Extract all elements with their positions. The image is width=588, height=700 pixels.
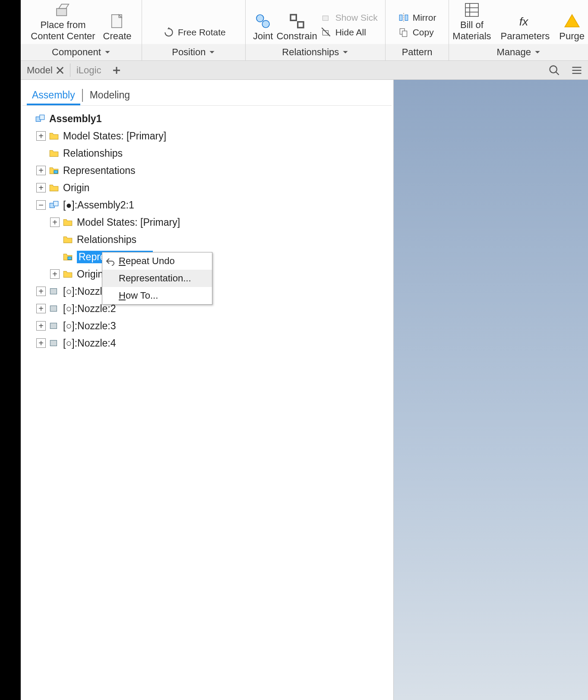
panel-tab-ilogic[interactable]: iLogic — [70, 61, 107, 79]
tree-item-relationships[interactable]: Relationships — [22, 145, 392, 162]
folder-icon — [62, 234, 73, 245]
create-button[interactable]: Create — [103, 13, 132, 41]
joint-button[interactable]: Joint — [253, 13, 273, 41]
context-menu-how-to[interactable]: How To... — [102, 287, 212, 304]
folder-icon — [62, 217, 73, 228]
mirror-button[interactable]: Mirror — [398, 11, 436, 24]
show-sick-button[interactable]: Show Sick — [321, 11, 378, 24]
tree-item-origin[interactable]: + Origin — [22, 179, 392, 196]
part-icon — [48, 303, 60, 314]
constrain-button[interactable]: Constrain — [276, 13, 317, 41]
context-menu-representation[interactable]: Representation... — [102, 270, 212, 287]
tree-subitem-model-states[interactable]: + Model States: [Primary] — [22, 214, 392, 231]
viewport-3d[interactable] — [394, 80, 588, 700]
tree-item-subassembly[interactable]: − [●]:Assembly2:1 — [22, 196, 392, 214]
warning-icon — [563, 13, 581, 30]
svg-point-2 — [256, 15, 264, 22]
svg-rect-33 — [68, 257, 72, 260]
panel-tab-bar: Model iLogic — [21, 61, 588, 80]
parameters-label: Parameters — [501, 31, 550, 41]
close-icon[interactable] — [56, 66, 64, 74]
search-icon — [548, 64, 560, 76]
svg-rect-36 — [50, 323, 57, 329]
svg-rect-0 — [57, 9, 66, 16]
ribbon-group-component[interactable]: Component — [21, 44, 142, 60]
constrain-label: Constrain — [276, 31, 317, 41]
bom-icon — [463, 1, 481, 19]
svg-rect-34 — [50, 289, 57, 294]
search-button[interactable] — [543, 61, 566, 79]
tree-root-label: Assembly1 — [49, 113, 101, 125]
expand-toggle[interactable]: + — [36, 338, 46, 348]
chevron-down-icon — [342, 49, 348, 55]
subtab-modeling[interactable]: Modeling — [85, 86, 135, 105]
free-rotate-label: Free Rotate — [178, 27, 226, 38]
plus-icon — [112, 66, 121, 75]
expand-toggle[interactable]: + — [36, 287, 46, 296]
expand-toggle[interactable]: + — [36, 321, 46, 331]
svg-rect-10 — [405, 15, 408, 21]
svg-rect-29 — [40, 115, 44, 120]
tree-root[interactable]: Assembly1 — [22, 110, 392, 127]
bom-label-line1: Bill of — [460, 19, 484, 30]
context-menu-repeat-undo[interactable]: Repeat Undo — [102, 252, 212, 270]
ribbon-group-relationships[interactable]: Relationships — [246, 44, 385, 60]
tree-item-nozzle-3[interactable]: + [○]:Nozzle:3 — [22, 317, 392, 334]
svg-rect-32 — [54, 201, 58, 206]
tree-subitem-relationships[interactable]: Relationships — [22, 231, 392, 248]
copy-button[interactable]: Copy — [398, 26, 436, 39]
svg-text:fx: fx — [519, 15, 529, 28]
hide-all-button[interactable]: Hide All — [321, 26, 378, 39]
ribbon-group-manage[interactable]: Manage — [449, 44, 588, 60]
model-tree: Assembly1 + Model States: [Primary] Rela… — [22, 106, 392, 352]
joint-label: Joint — [253, 31, 273, 41]
purge-label: Purge — [559, 31, 585, 41]
chevron-down-icon — [534, 49, 541, 55]
purge-button[interactable]: Purge — [559, 13, 585, 41]
assembly-icon — [48, 199, 60, 211]
expand-toggle[interactable]: + — [50, 218, 60, 227]
part-icon — [48, 337, 60, 349]
expand-toggle[interactable]: + — [50, 269, 60, 279]
folder-icon — [48, 130, 60, 142]
context-menu: Repeat Undo Representation... How To... — [102, 252, 212, 305]
folder-icon — [48, 148, 60, 159]
folder-icon — [62, 268, 73, 280]
panel-tab-model[interactable]: Model — [21, 61, 70, 79]
ribbon-group-position[interactable]: Position — [142, 44, 245, 60]
parameters-icon: fx — [516, 13, 534, 30]
parameters-button[interactable]: fx Parameters — [501, 13, 550, 41]
add-tab-button[interactable] — [107, 61, 126, 79]
svg-line-24 — [556, 72, 559, 75]
collapse-toggle[interactable]: − — [36, 200, 46, 210]
mirror-label: Mirror — [413, 13, 436, 23]
expand-toggle[interactable]: + — [36, 166, 46, 175]
hide-all-label: Hide All — [335, 27, 366, 38]
expand-toggle[interactable]: + — [36, 183, 46, 192]
expand-toggle[interactable]: + — [36, 131, 46, 141]
copy-icon — [398, 27, 409, 38]
hide-all-icon — [321, 27, 332, 38]
subtab-assembly[interactable]: Assembly — [27, 86, 80, 105]
expand-toggle[interactable]: + — [36, 304, 46, 313]
tree-item-representations[interactable]: + Representations — [22, 162, 392, 179]
show-sick-label: Show Sick — [335, 13, 378, 23]
svg-rect-30 — [54, 170, 58, 173]
create-icon — [109, 13, 126, 30]
folder-icon — [48, 182, 60, 193]
chevron-down-icon — [209, 49, 215, 55]
panel-menu-button[interactable] — [566, 61, 588, 79]
tree-item-nozzle-4[interactable]: + [○]:Nozzle:4 — [22, 334, 392, 352]
bom-button[interactable]: Bill of Materials — [452, 1, 491, 41]
tree-item-model-states[interactable]: + Model States: [Primary] — [22, 127, 392, 145]
assembly-icon — [35, 113, 46, 124]
chevron-down-icon — [104, 49, 111, 55]
svg-rect-13 — [402, 31, 407, 37]
part-icon — [48, 320, 60, 331]
svg-rect-37 — [50, 341, 57, 346]
free-rotate-button[interactable]: Free Rotate — [163, 26, 226, 39]
place-from-content-center-button[interactable]: Place from Content Center — [31, 1, 95, 41]
hamburger-icon — [571, 64, 583, 76]
subtab-separator — [82, 89, 83, 102]
svg-point-23 — [550, 66, 557, 73]
